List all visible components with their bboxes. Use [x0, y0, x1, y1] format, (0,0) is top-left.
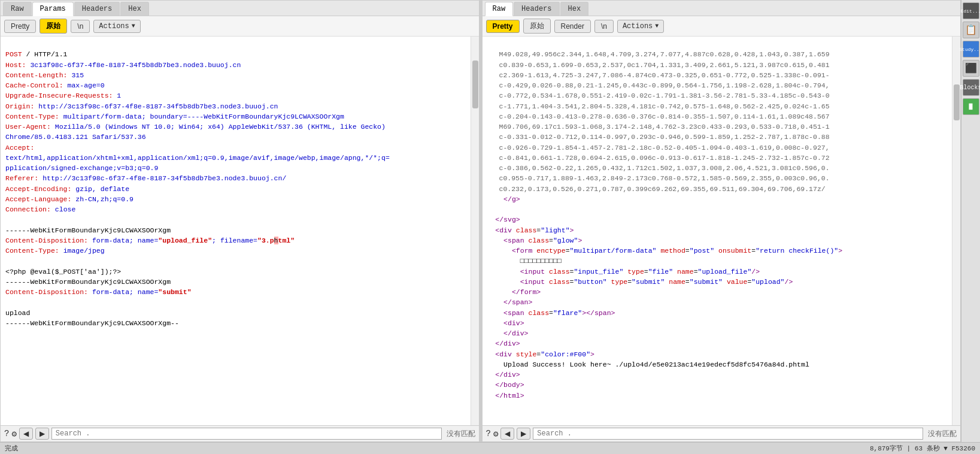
sidebar-icon-bw[interactable]: ⬛	[963, 60, 979, 77]
right-sidebar: Edit... 📋 Study... ⬛ Blocks █	[961, 0, 980, 442]
right-render-btn[interactable]: Render	[554, 20, 591, 33]
right-actions-dropdown[interactable]: Actions ▼	[617, 20, 664, 33]
left-tab-raw[interactable]: Raw	[3, 2, 32, 16]
right-forward-btn[interactable]: ▶	[517, 428, 530, 440]
left-help-icon[interactable]: ?	[4, 429, 9, 438]
left-escape-btn[interactable]: \n	[71, 20, 90, 33]
left-pane: Raw Params Headers Hex Pretty 原始 \n Acti…	[0, 0, 480, 442]
right-toolbar: Pretty 原始 Render \n Actions ▼	[483, 16, 961, 37]
left-settings-icon[interactable]: ⚙	[11, 429, 16, 439]
right-code-content[interactable]: M49.028,49.956c2.344,1.648,4.709,3.274,7…	[483, 37, 952, 425]
left-bottom-bar: ? ⚙ ◀ ▶ 没有匹配	[1, 425, 479, 441]
right-bottom-bar: ? ⚙ ◀ ▶ 没有匹配	[483, 425, 961, 441]
sidebar-icon-2[interactable]: 📋	[963, 22, 979, 38]
right-tab-hex[interactable]: Hex	[560, 2, 589, 16]
left-raw-btn[interactable]: 原始	[40, 19, 67, 34]
left-code-content[interactable]: POST / HTTP/1.1 Host: 3c13f98c-6f37-4f8e…	[1, 37, 471, 425]
status-info: 8,879字节 | 63 条秒 ▼ F53260	[870, 444, 975, 453]
left-actions-label: Actions	[99, 22, 129, 31]
status-done: 完成	[5, 444, 18, 453]
left-forward-btn[interactable]: ▶	[35, 428, 49, 440]
right-scrollbar-thumb[interactable]	[954, 84, 960, 120]
right-settings-icon[interactable]: ⚙	[493, 429, 498, 439]
left-tab-bar: Raw Params Headers Hex	[1, 1, 479, 16]
left-actions-arrow: ▼	[132, 23, 135, 29]
right-pane: Raw Headers Hex Pretty 原始 Render \n Acti…	[482, 0, 961, 442]
right-no-match: 没有匹配	[928, 429, 957, 439]
left-back-btn[interactable]: ◀	[19, 428, 33, 440]
left-tab-hex[interactable]: Hex	[120, 2, 149, 16]
sidebar-icon-1[interactable]: Edit...	[963, 2, 979, 19]
left-actions-dropdown[interactable]: Actions ▼	[93, 20, 140, 33]
sidebar-icon-3[interactable]: Study...	[963, 41, 979, 57]
right-content-area: M49.028,49.956c2.344,1.648,4.709,3.274,7…	[483, 37, 961, 425]
left-toolbar: Pretty 原始 \n Actions ▼	[1, 16, 479, 37]
sidebar-icon-green[interactable]: █	[963, 98, 979, 115]
right-pretty-btn[interactable]: Pretty	[486, 20, 520, 33]
right-help-icon[interactable]: ?	[486, 429, 491, 438]
right-scrollbar[interactable]	[952, 37, 960, 425]
sidebar-icon-blocks[interactable]: Blocks	[963, 79, 979, 96]
left-pretty-btn[interactable]: Pretty	[4, 20, 36, 33]
right-search-input[interactable]	[533, 428, 923, 440]
right-actions-label: Actions	[623, 22, 653, 31]
left-search-input[interactable]	[51, 428, 442, 440]
left-no-match: 没有匹配	[447, 429, 475, 439]
left-tab-headers[interactable]: Headers	[74, 2, 120, 16]
left-content-area: POST / HTTP/1.1 Host: 3c13f98c-6f37-4f8e…	[1, 37, 479, 425]
right-tab-raw[interactable]: Raw	[485, 2, 514, 16]
left-tab-params[interactable]: Params	[32, 2, 74, 16]
right-actions-arrow: ▼	[655, 23, 659, 29]
right-tab-headers[interactable]: Headers	[514, 2, 559, 16]
status-bar: 完成 8,879字节 | 63 条秒 ▼ F53260	[0, 442, 980, 454]
right-back-btn[interactable]: ◀	[500, 428, 514, 440]
right-escape-btn[interactable]: \n	[594, 20, 614, 33]
left-scrollbar[interactable]	[471, 37, 479, 425]
right-tab-bar: Raw Headers Hex	[483, 1, 961, 16]
right-raw-btn[interactable]: 原始	[523, 19, 551, 34]
left-scrollbar-thumb[interactable]	[472, 60, 478, 108]
